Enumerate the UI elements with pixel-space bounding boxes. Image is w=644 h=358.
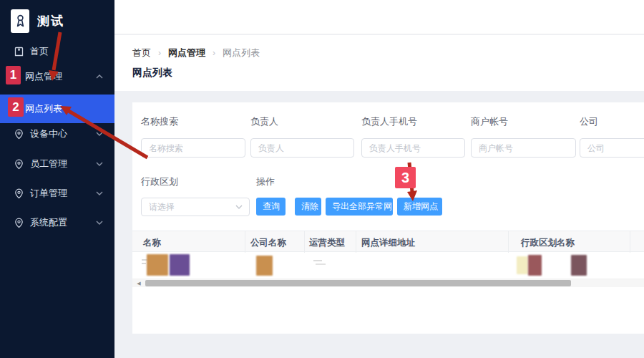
breadcrumb-separator: › <box>213 48 215 58</box>
chevron-down-icon <box>235 205 243 209</box>
filter-label-district: 行政区划 <box>141 175 178 188</box>
sidebar-item-staff-mgmt[interactable]: 员工管理 <box>0 151 114 177</box>
chevron-down-icon <box>96 191 103 195</box>
redacted-text <box>142 263 146 264</box>
column-header-operation-type: 运营类型 <box>309 237 345 249</box>
merchant-account-input[interactable] <box>471 138 576 158</box>
horizontal-scrollbar[interactable]: ◀ <box>132 279 644 287</box>
home-icon <box>14 47 24 57</box>
sidebar: 测试 首页 网点管理 网点列表 设备中心 员工管理 <box>0 0 114 358</box>
content-card: 名称搜索 负责人 负责人手机号 商户帐号 公司 行政区划 操作 请选择 查询 清… <box>132 102 644 334</box>
table-header: 名称 公司名称 运营类型 网点详细地址 行政区划名称 <box>132 231 644 252</box>
page-title: 网点列表 <box>132 67 172 79</box>
add-branch-button[interactable]: 新增网点 <box>397 198 442 216</box>
filter-label-name: 名称搜索 <box>141 115 178 128</box>
sidebar-item-label: 设备中心 <box>30 127 67 140</box>
redacted-text <box>313 260 322 261</box>
column-header-address: 网点详细地址 <box>361 237 415 249</box>
sidebar-item-label: 系统配置 <box>30 216 67 229</box>
annotation-badge-2: 2 <box>8 97 24 117</box>
redacted-block <box>517 256 528 274</box>
column-header-district-name: 行政区划名称 <box>521 237 575 249</box>
chevron-down-icon <box>96 221 103 225</box>
sidebar-item-device-center[interactable]: 设备中心 <box>0 121 114 147</box>
redacted-block <box>147 254 168 276</box>
sidebar-item-system-config[interactable]: 系统配置 <box>0 210 114 236</box>
seal-icon <box>15 14 26 28</box>
sidebar-item-order-mgmt[interactable]: 订单管理 <box>0 180 114 206</box>
manager-input[interactable] <box>250 138 354 158</box>
query-button[interactable]: 查询 <box>256 198 286 216</box>
filter-label-phone: 负责人手机号 <box>361 115 417 128</box>
sidebar-item-label: 网点列表 <box>25 102 62 115</box>
breadcrumb-separator: › <box>158 48 161 58</box>
name-search-input[interactable] <box>141 138 245 158</box>
filter-label-manager: 负责人 <box>250 115 278 128</box>
redacted-block <box>571 255 587 276</box>
company-input[interactable] <box>580 138 644 158</box>
scroll-left-arrow-icon[interactable]: ◀ <box>135 279 143 287</box>
app-logo: 测试 <box>11 9 64 33</box>
table-row[interactable] <box>132 253 644 279</box>
sidebar-item-label: 首页 <box>30 45 49 58</box>
scrollbar-thumb[interactable] <box>145 280 571 286</box>
app-logo-icon <box>11 9 29 33</box>
top-header-bar <box>114 0 644 34</box>
column-header-company: 公司名称 <box>250 237 286 249</box>
pin-icon <box>14 188 24 199</box>
export-abnormal-branches-button[interactable]: 导出全部异常网点 <box>326 198 393 216</box>
breadcrumb-item-home[interactable]: 首页 <box>132 47 151 59</box>
filter-label-company: 公司 <box>580 115 598 128</box>
filter-label-merchant: 商户帐号 <box>471 115 508 128</box>
breadcrumb-item-branch-list: 网点列表 <box>223 47 260 59</box>
district-select-placeholder: 请选择 <box>149 201 175 213</box>
breadcrumb-section: 首页 › 网点管理 › 网点列表 网点列表 <box>114 35 644 91</box>
chevron-down-icon <box>96 162 103 166</box>
actions-label: 操作 <box>256 175 275 188</box>
redacted-text <box>316 263 326 265</box>
redacted-block <box>170 254 190 276</box>
pin-icon <box>14 129 24 140</box>
chevron-up-icon <box>96 74 103 79</box>
redacted-block <box>528 255 542 276</box>
app-title: 测试 <box>37 13 64 29</box>
annotation-badge-1: 1 <box>6 66 21 84</box>
pin-icon <box>14 218 24 228</box>
manager-phone-input[interactable] <box>361 138 465 158</box>
clear-button[interactable]: 清除 <box>295 198 321 216</box>
pin-icon <box>14 159 24 170</box>
district-select[interactable]: 请选择 <box>141 198 250 216</box>
redacted-block <box>256 256 273 276</box>
column-header-name: 名称 <box>143 237 161 249</box>
chevron-down-icon <box>96 132 103 136</box>
breadcrumb: 首页 › 网点管理 › 网点列表 <box>132 47 260 59</box>
sidebar-item-home[interactable]: 首页 <box>0 39 114 64</box>
sidebar-item-label: 网点管理 <box>25 70 62 83</box>
sidebar-item-label: 订单管理 <box>30 187 67 200</box>
sidebar-item-label: 员工管理 <box>30 158 67 170</box>
breadcrumb-item-branch-mgmt[interactable]: 网点管理 <box>168 47 205 59</box>
annotation-badge-3: 3 <box>395 167 416 188</box>
